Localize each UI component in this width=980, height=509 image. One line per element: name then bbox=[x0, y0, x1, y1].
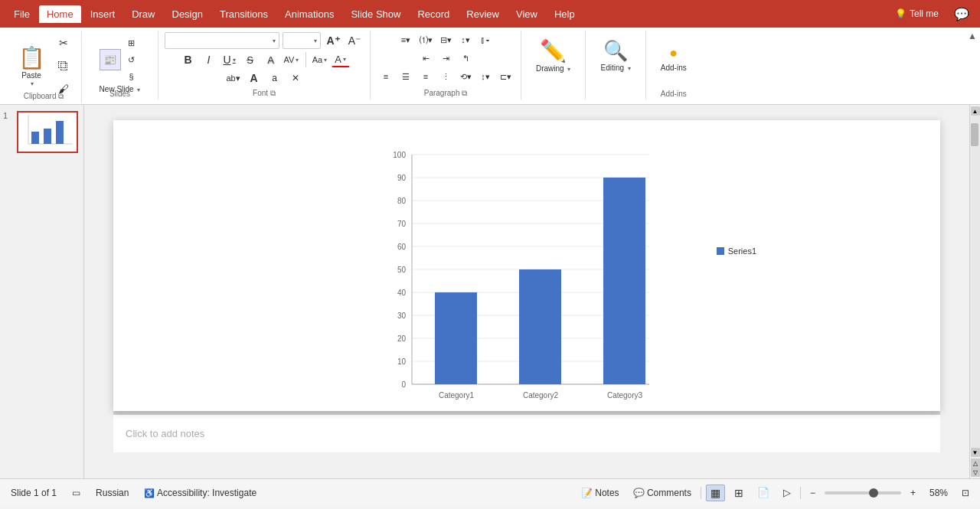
font-size-down-button[interactable]: a bbox=[266, 70, 284, 86]
text-highlight-button[interactable]: ab▾ bbox=[224, 70, 243, 86]
underline-button[interactable]: U ▾ bbox=[220, 52, 239, 67]
text-direction-button[interactable]: ⟲▾ bbox=[456, 69, 475, 84]
menu-home[interactable]: Home bbox=[39, 5, 81, 23]
clear-format-button[interactable]: ✕ bbox=[286, 70, 305, 86]
zoom-slider[interactable] bbox=[825, 491, 901, 494]
align-justify-button[interactable]: ⋮ bbox=[436, 69, 455, 84]
comments-toggle-button[interactable]: 💬 Comments bbox=[629, 485, 696, 501]
bullet-list-button[interactable]: ≡▾ bbox=[397, 32, 415, 47]
menu-draw[interactable]: Draw bbox=[124, 5, 162, 23]
cut-button[interactable]: ✂ bbox=[52, 32, 75, 54]
drawing-button[interactable]: ✏️ Drawing ▾ bbox=[528, 32, 579, 78]
line-spacing-button[interactable]: ↕▾ bbox=[456, 32, 475, 47]
editing-button[interactable]: 🔍 Editing ▾ bbox=[592, 32, 639, 78]
zoom-in-button[interactable]: + bbox=[906, 485, 920, 501]
zoom-thumb bbox=[869, 488, 878, 498]
bar-category1[interactable] bbox=[435, 292, 477, 384]
align-center-button[interactable]: ☰ bbox=[397, 69, 415, 84]
ribbon-collapse-button[interactable]: ▲ bbox=[968, 31, 977, 41]
slide-preview-1[interactable] bbox=[17, 111, 78, 153]
menu-record[interactable]: Record bbox=[410, 5, 457, 23]
view-normal-button[interactable]: ▦ bbox=[706, 485, 725, 501]
numbered-list-button[interactable]: ⑴▾ bbox=[416, 32, 435, 47]
vertical-scrollbar: ▲ ▼ △ ▽ bbox=[969, 105, 980, 478]
decrease-font-button[interactable]: A⁻ bbox=[345, 33, 364, 48]
bold-button[interactable]: B bbox=[179, 52, 198, 67]
slide-thumb-1[interactable]: 1 bbox=[3, 111, 80, 153]
paragraph-expand-icon[interactable]: ⧉ bbox=[462, 89, 467, 97]
strikethrough-button[interactable]: S bbox=[241, 52, 260, 67]
svg-text:30: 30 bbox=[397, 312, 407, 320]
drawing-icon: ✏️ bbox=[540, 38, 567, 64]
notes-area[interactable]: Click to add notes bbox=[113, 414, 940, 452]
scroll-thumb[interactable] bbox=[971, 123, 978, 146]
font-size-selector[interactable]: ▾ bbox=[283, 32, 321, 49]
menu-slideshow[interactable]: Slide Show bbox=[343, 5, 408, 23]
text-align-button[interactable]: ↕▾ bbox=[476, 69, 495, 84]
shadow-button[interactable]: A bbox=[262, 52, 280, 67]
toolbar-group-paragraph: ≡▾ ⑴▾ ⊟▾ ↕▾ ⫿▾ ⇤ ⇥ ↰ ≡ ☰ ≡ ⋮ ⟲▾ ↕▾ ⊏▾ Pa… bbox=[371, 31, 521, 100]
menu-review[interactable]: Review bbox=[459, 5, 507, 23]
font-size-up-button[interactable]: A bbox=[245, 70, 263, 86]
multilevel-list-button[interactable]: ⊟▾ bbox=[436, 32, 455, 47]
char-spacing-button[interactable]: AV ▾ bbox=[283, 52, 301, 67]
paste-button[interactable]: 📋 Paste ▾ bbox=[12, 42, 51, 90]
zoom-out-button[interactable]: − bbox=[805, 485, 820, 501]
tell-me-button[interactable]: 💡 Tell me bbox=[889, 6, 945, 21]
align-left-button[interactable]: ≡ bbox=[377, 69, 395, 84]
change-case-button[interactable]: Aa ▾ bbox=[311, 52, 329, 67]
new-slide-button[interactable]: 📰 ⊞ ↺ § New Slide ▾ bbox=[95, 32, 145, 96]
scroll-prev-slide-button[interactable]: △ bbox=[971, 458, 980, 468]
chart-container[interactable]: 100 90 80 70 60 50 40 30 20 10 0 bbox=[374, 139, 695, 400]
scroll-down-button[interactable]: ▼ bbox=[971, 448, 980, 457]
scroll-next-slide-button[interactable]: ▽ bbox=[971, 468, 980, 477]
presenter-view-button[interactable]: ▭ bbox=[67, 485, 85, 501]
font-family-selector[interactable]: ▾ bbox=[165, 32, 279, 49]
view-reading-button[interactable]: 📄 bbox=[753, 485, 774, 501]
notes-toggle-button[interactable]: 📝 Notes bbox=[577, 485, 624, 501]
smartart-button[interactable]: ⊏▾ bbox=[496, 69, 514, 84]
clipboard-expand-icon[interactable]: ⧉ bbox=[58, 92, 64, 100]
svg-text:Category1: Category1 bbox=[439, 391, 475, 400]
menu-help[interactable]: Help bbox=[547, 5, 583, 23]
accessibility-icon: ♿ bbox=[144, 488, 155, 498]
font-expand-icon[interactable]: ⧉ bbox=[270, 89, 276, 97]
columns-button[interactable]: ⫿▾ bbox=[476, 32, 495, 47]
font-color-button[interactable]: A ▾ bbox=[332, 52, 350, 67]
language-selector[interactable]: Russian bbox=[91, 485, 133, 501]
decrease-indent-button[interactable]: ⇤ bbox=[416, 51, 435, 66]
slide-canvas[interactable]: 100 90 80 70 60 50 40 30 20 10 0 bbox=[113, 120, 940, 411]
menu-animations[interactable]: Animations bbox=[277, 5, 341, 23]
fit-slide-button[interactable]: ⊡ bbox=[957, 485, 974, 501]
slide-reset-button[interactable]: ↺ bbox=[122, 52, 141, 67]
comments-button[interactable]: 💬 bbox=[949, 4, 974, 24]
slide-layout-button[interactable]: ⊞ bbox=[122, 35, 141, 51]
scroll-up-button[interactable]: ▲ bbox=[971, 106, 980, 116]
scroll-track[interactable] bbox=[970, 116, 980, 448]
increase-indent-button[interactable]: ⇥ bbox=[436, 51, 455, 66]
menu-transitions[interactable]: Transitions bbox=[212, 5, 276, 23]
increase-font-button[interactable]: A⁺ bbox=[324, 33, 342, 48]
main-area: 1 bbox=[0, 105, 980, 478]
copy-button[interactable]: ⿻ bbox=[52, 55, 75, 77]
addins-icon: ● bbox=[669, 39, 678, 63]
paste-label: Paste bbox=[21, 71, 41, 80]
align-right-button[interactable]: ≡ bbox=[416, 69, 435, 84]
menu-file[interactable]: File bbox=[6, 5, 38, 23]
new-slide-icon: 📰 bbox=[100, 49, 121, 70]
rtl-button[interactable]: ↰ bbox=[456, 51, 475, 66]
zoom-level[interactable]: 58% bbox=[925, 485, 952, 501]
menu-view[interactable]: View bbox=[508, 5, 545, 23]
accessibility-button[interactable]: ♿ Accessibility: Investigate bbox=[139, 485, 261, 501]
bar-category2[interactable] bbox=[519, 269, 561, 384]
view-slide-sorter-button[interactable]: ⊞ bbox=[730, 485, 748, 501]
menu-design[interactable]: Design bbox=[165, 5, 211, 23]
bar-category3[interactable] bbox=[603, 178, 645, 384]
svg-text:Category2: Category2 bbox=[523, 391, 559, 400]
addins-button[interactable]: ● Add-ins bbox=[652, 32, 695, 78]
menu-insert[interactable]: Insert bbox=[83, 5, 123, 23]
svg-rect-4 bbox=[56, 121, 64, 144]
slide-section-button[interactable]: § bbox=[122, 69, 141, 84]
italic-button[interactable]: I bbox=[200, 52, 218, 67]
view-presenter-button[interactable]: ▷ bbox=[779, 485, 795, 501]
